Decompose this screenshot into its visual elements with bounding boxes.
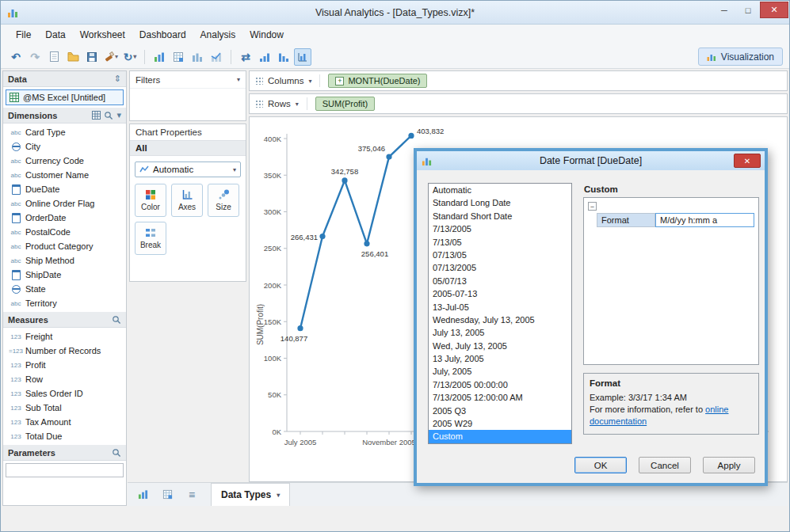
maximize-button[interactable]: □ bbox=[736, 2, 760, 18]
show-me-chart-icon[interactable] bbox=[294, 48, 311, 66]
sort-updown-icon[interactable]: ⇕ bbox=[114, 74, 121, 84]
format-option[interactable]: 05/07/13 bbox=[429, 275, 571, 287]
format-value-input[interactable]: M/d/yy h:mm a bbox=[655, 213, 754, 227]
svg-text:140,877: 140,877 bbox=[281, 334, 307, 343]
menu-item[interactable]: Worksheet bbox=[73, 26, 132, 44]
rows-pill[interactable]: SUM(Profit) bbox=[315, 97, 375, 111]
column-chart-icon[interactable] bbox=[189, 48, 206, 66]
parameters-box[interactable] bbox=[6, 463, 124, 477]
new-worksheet-icon[interactable] bbox=[170, 48, 187, 66]
sheet-list-icon[interactable]: ≡ bbox=[183, 487, 200, 503]
chart-type-dropdown[interactable]: Automatic ▾ bbox=[135, 162, 241, 177]
sort-descending-icon[interactable] bbox=[275, 48, 292, 66]
format-option[interactable]: July 13, 2005 bbox=[429, 326, 571, 339]
format-option[interactable]: Standard Long Date bbox=[429, 196, 571, 209]
dimension-item[interactable]: ShipDate bbox=[3, 268, 126, 282]
menu-item[interactable]: Dashboard bbox=[132, 26, 193, 44]
format-option[interactable]: Standard Short Date bbox=[429, 210, 571, 222]
columns-pill[interactable]: + MONTH(DueDate) bbox=[328, 74, 427, 88]
dropdown-caret-icon[interactable]: ▾ bbox=[237, 76, 240, 83]
dropdown-caret-icon[interactable]: ▾ bbox=[116, 110, 121, 120]
redo-icon[interactable]: ↷ bbox=[26, 48, 44, 66]
bar-chart-icon[interactable] bbox=[151, 48, 168, 66]
format-option[interactable]: Automatic bbox=[429, 184, 571, 196]
format-option[interactable]: 2005-07-13 bbox=[429, 287, 571, 300]
format-option[interactable]: 13 July, 2005 bbox=[429, 352, 571, 365]
save-icon[interactable] bbox=[83, 48, 101, 66]
dimension-item[interactable]: Customer Name bbox=[3, 168, 126, 182]
color-button[interactable]: Color bbox=[135, 184, 166, 217]
chart-properties-scope[interactable]: All bbox=[130, 140, 246, 156]
refresh-icon[interactable]: ↻▾ bbox=[121, 48, 139, 66]
format-option[interactable]: July, 2005 bbox=[429, 365, 571, 378]
sort-ascending-icon[interactable] bbox=[256, 48, 273, 66]
format-option[interactable]: 7/13/05 bbox=[429, 236, 571, 249]
size-button[interactable]: Size bbox=[208, 184, 239, 217]
new-workbook-icon[interactable] bbox=[45, 48, 63, 66]
dimension-item[interactable]: OrderDate bbox=[3, 211, 126, 225]
measure-item[interactable]: Profit bbox=[3, 358, 126, 372]
measure-item[interactable]: Number of Records bbox=[3, 344, 126, 358]
expand-icon[interactable]: + bbox=[335, 77, 344, 86]
search-icon[interactable] bbox=[112, 448, 121, 458]
menu-item[interactable]: Analysis bbox=[193, 26, 243, 44]
dialog-close-button[interactable]: ✕ bbox=[734, 154, 761, 168]
dimension-item[interactable]: Card Type bbox=[3, 125, 126, 139]
menu-item[interactable]: Window bbox=[242, 26, 291, 44]
format-option[interactable]: 07/13/2005 bbox=[429, 261, 571, 274]
sheet-tab-active[interactable]: Data Types ▾ bbox=[211, 483, 290, 506]
dimension-item[interactable]: Product Category bbox=[3, 239, 126, 253]
dimension-item[interactable]: Currency Code bbox=[3, 154, 126, 168]
columns-shelf-label[interactable]: Columns bbox=[268, 76, 303, 86]
view-data-icon[interactable] bbox=[92, 111, 101, 120]
ok-button[interactable]: OK bbox=[574, 457, 627, 473]
format-option[interactable]: 7/13/2005 00:00:00 bbox=[429, 378, 571, 391]
search-icon[interactable] bbox=[104, 111, 113, 120]
new-worksheet-tab-icon[interactable] bbox=[134, 487, 151, 503]
dimension-item[interactable]: DueDate bbox=[3, 182, 126, 196]
combo-chart-icon[interactable] bbox=[208, 48, 225, 66]
format-option[interactable]: 7/13/2005 12:00:00 AM bbox=[429, 391, 571, 404]
undo-icon[interactable]: ↶ bbox=[7, 48, 25, 66]
new-dashboard-tab-icon[interactable] bbox=[158, 487, 176, 503]
axes-button[interactable]: Axes bbox=[171, 184, 203, 217]
measure-item[interactable]: Total Due bbox=[3, 429, 126, 443]
format-option[interactable]: 2005 Q3 bbox=[429, 405, 571, 417]
dimension-item[interactable]: City bbox=[3, 139, 126, 154]
open-folder-icon[interactable] bbox=[64, 48, 82, 66]
format-option[interactable]: 7/13/2005 bbox=[429, 222, 571, 235]
measure-item[interactable]: Tax Amount bbox=[3, 415, 126, 429]
dropdown-caret-icon[interactable]: ▾ bbox=[308, 78, 311, 85]
swap-axes-icon[interactable]: ⇄ bbox=[237, 48, 254, 66]
search-icon[interactable] bbox=[112, 315, 121, 325]
measure-item[interactable]: Sales Order ID bbox=[3, 386, 126, 401]
format-option[interactable]: Wednesday, July 13, 2005 bbox=[429, 314, 571, 326]
dimension-item[interactable]: PostalCode bbox=[3, 225, 126, 239]
dropdown-caret-icon[interactable]: ▾ bbox=[296, 101, 299, 108]
dimension-item[interactable]: State bbox=[3, 282, 126, 296]
visualization-button[interactable]: Visualization bbox=[698, 48, 783, 66]
format-painter-icon[interactable]: ▾ bbox=[102, 48, 120, 66]
minimize-button[interactable]: ─ bbox=[712, 2, 736, 18]
format-option[interactable]: 13-Jul-05 bbox=[429, 301, 571, 314]
close-button[interactable]: ✕ bbox=[760, 2, 788, 18]
menu-item[interactable]: File bbox=[9, 26, 38, 44]
menu-item[interactable]: Data bbox=[38, 26, 72, 44]
measure-item[interactable]: Freight bbox=[3, 329, 126, 344]
dimension-item[interactable]: Territory bbox=[3, 296, 126, 310]
dimension-item[interactable]: Ship Method bbox=[3, 253, 126, 268]
dimension-item[interactable]: Online Order Flag bbox=[3, 196, 126, 211]
format-option[interactable]: 07/13/05 bbox=[429, 249, 571, 261]
break-button[interactable]: Break bbox=[135, 222, 166, 255]
apply-button[interactable]: Apply bbox=[703, 457, 755, 473]
data-source-item[interactable]: @MS Excel [Untitled] bbox=[6, 89, 124, 105]
collapse-icon[interactable]: − bbox=[588, 202, 597, 211]
cancel-button[interactable]: Cancel bbox=[639, 457, 691, 473]
format-option[interactable]: Custom bbox=[429, 430, 571, 443]
rows-shelf-label[interactable]: Rows bbox=[268, 99, 291, 108]
measure-item[interactable]: Row bbox=[3, 372, 126, 386]
format-option[interactable]: Wed, July 13, 2005 bbox=[429, 340, 571, 352]
tab-caret-icon[interactable]: ▾ bbox=[277, 492, 280, 499]
format-option[interactable]: 2005 W29 bbox=[429, 417, 571, 430]
measure-item[interactable]: Sub Total bbox=[3, 401, 126, 415]
